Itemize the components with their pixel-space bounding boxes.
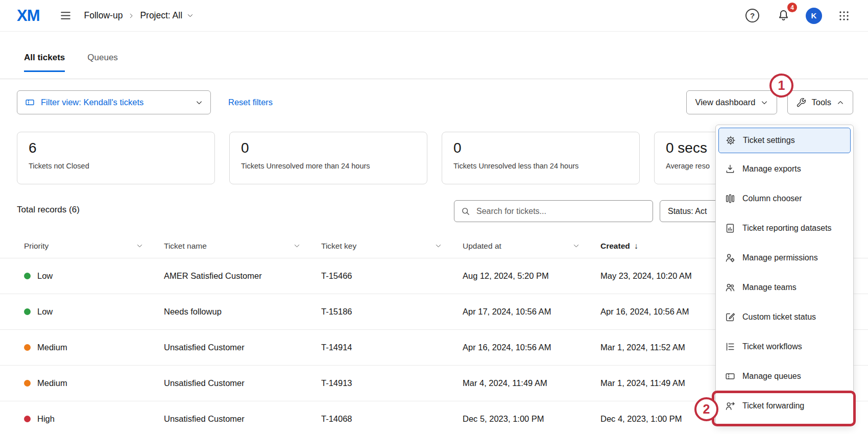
chart-doc-icon — [725, 223, 736, 234]
chevron-right-icon — [128, 12, 135, 19]
ticket-name: AMER Satisfied Customer — [164, 271, 321, 281]
chevron-down-icon[interactable] — [435, 242, 442, 250]
chevron-down-icon[interactable] — [136, 242, 143, 250]
gear-icon — [725, 135, 736, 146]
ticket-key: T-15466 — [321, 271, 463, 281]
workflow-icon — [725, 341, 736, 352]
ticket-name: Unsatisfied Customer — [164, 378, 321, 388]
priority-dot — [24, 273, 31, 279]
chevron-up-icon — [836, 99, 845, 107]
apps-grid-icon[interactable] — [835, 7, 853, 25]
chevron-down-icon[interactable] — [293, 242, 301, 250]
menu-item-manage-exports[interactable]: Manage exports — [716, 154, 853, 184]
breadcrumb-followup[interactable]: Follow-up — [84, 10, 123, 21]
stat-label: Tickets Unresolved more than 24 hours — [241, 162, 416, 170]
menu-item-ticket-settings[interactable]: Ticket settings — [718, 128, 851, 153]
stat-card-unresolved-more-24h: 0 Tickets Unresolved more than 24 hours — [229, 132, 427, 184]
download-icon — [725, 163, 736, 175]
avatar[interactable]: K — [806, 8, 822, 24]
ticket-name: Unsatisfied Customer — [164, 414, 321, 424]
menu-item-custom-ticket-status[interactable]: Custom ticket status — [716, 302, 853, 332]
person-gear-icon — [725, 252, 736, 263]
ticket-key: T-14913 — [321, 378, 463, 388]
column-header-priority[interactable]: Priority — [24, 242, 164, 251]
updated-at: Aug 12, 2024, 5:20 PM — [463, 271, 600, 281]
ticket-search — [454, 200, 653, 222]
breadcrumb: Follow-up Project: All — [84, 10, 195, 21]
ticket-icon — [25, 97, 35, 108]
help-icon: ? — [745, 9, 759, 22]
menu-item-column-chooser[interactable]: Column chooser — [716, 184, 853, 213]
wrench-icon — [796, 98, 806, 108]
menu-item-ticket-workflows[interactable]: Ticket workflows — [716, 332, 853, 361]
search-icon — [461, 206, 471, 216]
view-dashboard-button[interactable]: View dashboard — [686, 90, 777, 114]
priority-label: Medium — [37, 378, 67, 388]
ticket-key: T-15186 — [321, 307, 463, 317]
stat-value: 0 — [241, 140, 416, 156]
priority-label: Low — [37, 307, 53, 317]
updated-at: Mar 4, 2024, 11:49 AM — [463, 378, 600, 388]
sort-desc-icon[interactable]: ↓ — [634, 242, 638, 251]
priority-label: Low — [37, 271, 53, 281]
chevron-down-icon — [195, 99, 203, 107]
tabs-divider — [0, 79, 868, 79]
notifications-button[interactable]: 4 — [775, 7, 792, 25]
help-button[interactable]: ? — [743, 7, 761, 25]
filter-bar: Filter view: Kendall's tickets Reset fil… — [17, 90, 853, 114]
ticket-name: Unsatisfied Customer — [164, 343, 321, 352]
menu-item-ticket-reporting-datasets[interactable]: Ticket reporting datasets — [716, 213, 853, 243]
hamburger-menu-icon[interactable] — [57, 7, 74, 24]
priority-dot — [24, 308, 31, 315]
columns-icon — [725, 193, 736, 204]
stat-value: 0 — [453, 140, 628, 156]
ticket-icon — [725, 371, 736, 382]
stat-value: 6 — [29, 140, 203, 156]
updated-at: Apr 16, 2024, 10:56 AM — [463, 343, 600, 352]
ticket-key: T-14068 — [321, 414, 463, 424]
menu-item-ticket-forwarding[interactable]: Ticket forwarding — [716, 391, 853, 421]
people-icon — [725, 282, 736, 293]
column-header-ticket-key[interactable]: Ticket key — [321, 242, 463, 251]
xm-logo[interactable]: XM — [17, 7, 40, 25]
stat-card-unresolved-less-24h: 0 Tickets Unresolved less than 24 hours — [442, 132, 640, 184]
chevron-down-icon[interactable] — [572, 242, 580, 250]
menu-item-manage-permissions[interactable]: Manage permissions — [716, 243, 853, 273]
breadcrumb-project-selector[interactable]: Project: All — [140, 10, 194, 21]
column-header-ticket-name[interactable]: Ticket name — [164, 242, 321, 251]
tools-button[interactable]: Tools — [787, 90, 853, 114]
priority-label: High — [37, 414, 55, 424]
notification-badge: 4 — [787, 3, 797, 12]
chevron-down-icon — [186, 12, 194, 19]
search-input[interactable] — [475, 206, 646, 216]
edit-icon — [725, 311, 736, 323]
menu-item-manage-teams[interactable]: Manage teams — [716, 273, 853, 302]
tools-menu: Ticket settings Manage exports Column ch… — [715, 125, 854, 425]
priority-dot — [24, 416, 31, 422]
top-bar: XM Follow-up Project: All ? 4 — [0, 0, 868, 32]
chevron-down-icon — [760, 99, 768, 107]
updated-at: Apr 17, 2024, 10:56 AM — [463, 307, 600, 317]
priority-dot — [24, 380, 31, 387]
priority-label: Medium — [37, 343, 67, 352]
ticket-name: Needs followup — [164, 307, 321, 317]
filter-view-dropdown[interactable]: Filter view: Kendall's tickets — [17, 90, 211, 114]
column-header-updated-at[interactable]: Updated at — [463, 242, 600, 251]
tab-all-tickets[interactable]: All tickets — [24, 53, 65, 72]
ticket-key: T-14914 — [321, 343, 463, 352]
stat-label: Tickets not Closed — [29, 162, 203, 170]
menu-item-manage-queues[interactable]: Manage queues — [716, 361, 853, 391]
tab-queues[interactable]: Queues — [87, 53, 118, 72]
total-records-label: Total records (6) — [17, 205, 80, 215]
stat-label: Tickets Unresolved less than 24 hours — [453, 162, 628, 170]
ticket-tabs: All tickets Queues — [24, 53, 118, 72]
priority-dot — [24, 344, 31, 351]
updated-at: Dec 5, 2023, 1:00 PM — [463, 414, 600, 424]
person-arrow-icon — [725, 400, 736, 412]
stat-card-not-closed: 6 Tickets not Closed — [17, 132, 215, 184]
reset-filters-link[interactable]: Reset filters — [228, 98, 273, 107]
